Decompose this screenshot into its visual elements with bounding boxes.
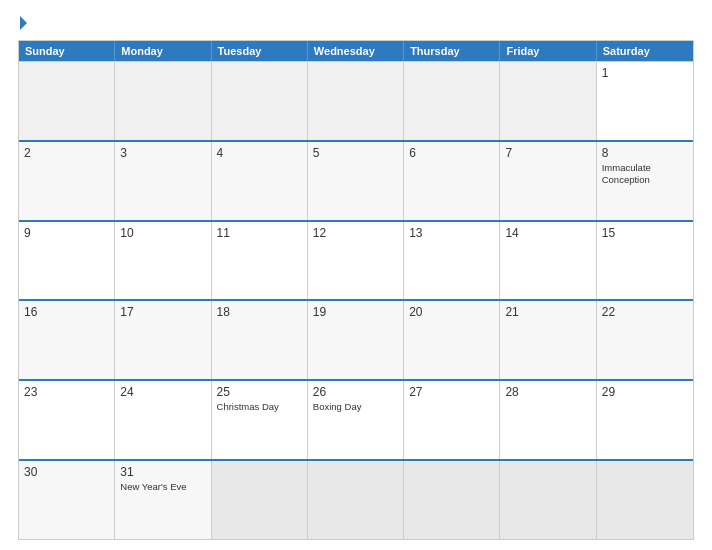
cell-day-number: 6	[409, 146, 494, 160]
calendar-cell: 13	[404, 222, 500, 300]
calendar-cell: 28	[500, 381, 596, 459]
calendar-cell: 3	[115, 142, 211, 220]
calendar-cell	[115, 62, 211, 140]
week-row-1: 1	[19, 61, 693, 140]
calendar-cell	[404, 461, 500, 539]
page: SundayMondayTuesdayWednesdayThursdayFrid…	[0, 0, 712, 550]
calendar-cell: 12	[308, 222, 404, 300]
cell-day-number: 26	[313, 385, 398, 399]
weeks-container: 12345678Immaculate Conception91011121314…	[19, 61, 693, 539]
cell-event-label: New Year's Eve	[120, 481, 205, 493]
week-row-4: 16171819202122	[19, 299, 693, 379]
calendar-cell: 14	[500, 222, 596, 300]
calendar-cell: 25Christmas Day	[212, 381, 308, 459]
day-header-tuesday: Tuesday	[212, 41, 308, 61]
calendar-cell: 27	[404, 381, 500, 459]
calendar-cell	[308, 461, 404, 539]
day-header-friday: Friday	[500, 41, 596, 61]
day-header-sunday: Sunday	[19, 41, 115, 61]
calendar-cell: 4	[212, 142, 308, 220]
calendar-cell	[597, 461, 693, 539]
cell-day-number: 22	[602, 305, 688, 319]
cell-day-number: 24	[120, 385, 205, 399]
calendar-cell: 16	[19, 301, 115, 379]
cell-day-number: 25	[217, 385, 302, 399]
calendar-cell: 7	[500, 142, 596, 220]
cell-day-number: 11	[217, 226, 302, 240]
cell-day-number: 27	[409, 385, 494, 399]
calendar-cell	[212, 461, 308, 539]
calendar-cell	[212, 62, 308, 140]
calendar-cell: 26Boxing Day	[308, 381, 404, 459]
day-header-thursday: Thursday	[404, 41, 500, 61]
calendar-cell: 22	[597, 301, 693, 379]
cell-day-number: 31	[120, 465, 205, 479]
cell-day-number: 7	[505, 146, 590, 160]
cell-day-number: 29	[602, 385, 688, 399]
cell-event-label: Immaculate Conception	[602, 162, 688, 187]
cell-day-number: 5	[313, 146, 398, 160]
cell-day-number: 10	[120, 226, 205, 240]
cell-day-number: 3	[120, 146, 205, 160]
header	[18, 18, 694, 30]
calendar-cell	[500, 62, 596, 140]
calendar-cell: 20	[404, 301, 500, 379]
calendar-cell: 9	[19, 222, 115, 300]
cell-day-number: 21	[505, 305, 590, 319]
calendar-cell: 31New Year's Eve	[115, 461, 211, 539]
cell-day-number: 2	[24, 146, 109, 160]
calendar-cell	[500, 461, 596, 539]
calendar-cell: 23	[19, 381, 115, 459]
calendar-cell: 15	[597, 222, 693, 300]
cell-day-number: 19	[313, 305, 398, 319]
week-row-3: 9101112131415	[19, 220, 693, 300]
calendar-cell: 6	[404, 142, 500, 220]
cell-event-label: Christmas Day	[217, 401, 302, 413]
calendar-cell: 21	[500, 301, 596, 379]
cell-day-number: 1	[602, 66, 688, 80]
cell-day-number: 12	[313, 226, 398, 240]
cell-day-number: 8	[602, 146, 688, 160]
week-row-5: 232425Christmas Day26Boxing Day272829	[19, 379, 693, 459]
cell-day-number: 17	[120, 305, 205, 319]
day-header-wednesday: Wednesday	[308, 41, 404, 61]
day-header-saturday: Saturday	[597, 41, 693, 61]
logo-triangle-icon	[20, 16, 27, 30]
cell-day-number: 20	[409, 305, 494, 319]
cell-day-number: 18	[217, 305, 302, 319]
calendar-cell	[308, 62, 404, 140]
cell-day-number: 23	[24, 385, 109, 399]
calendar-cell: 2	[19, 142, 115, 220]
week-row-6: 3031New Year's Eve	[19, 459, 693, 539]
cell-day-number: 13	[409, 226, 494, 240]
cell-day-number: 28	[505, 385, 590, 399]
day-headers-row: SundayMondayTuesdayWednesdayThursdayFrid…	[19, 41, 693, 61]
calendar-cell: 17	[115, 301, 211, 379]
cell-day-number: 14	[505, 226, 590, 240]
calendar: SundayMondayTuesdayWednesdayThursdayFrid…	[18, 40, 694, 540]
calendar-cell: 1	[597, 62, 693, 140]
calendar-cell: 5	[308, 142, 404, 220]
day-header-monday: Monday	[115, 41, 211, 61]
calendar-cell	[404, 62, 500, 140]
calendar-cell: 11	[212, 222, 308, 300]
calendar-cell: 8Immaculate Conception	[597, 142, 693, 220]
calendar-cell	[19, 62, 115, 140]
logo	[18, 18, 27, 30]
cell-day-number: 30	[24, 465, 109, 479]
calendar-cell: 19	[308, 301, 404, 379]
week-row-2: 2345678Immaculate Conception	[19, 140, 693, 220]
calendar-cell: 30	[19, 461, 115, 539]
cell-day-number: 9	[24, 226, 109, 240]
cell-day-number: 16	[24, 305, 109, 319]
cell-day-number: 4	[217, 146, 302, 160]
calendar-cell: 18	[212, 301, 308, 379]
calendar-cell: 29	[597, 381, 693, 459]
calendar-cell: 24	[115, 381, 211, 459]
cell-event-label: Boxing Day	[313, 401, 398, 413]
cell-day-number: 15	[602, 226, 688, 240]
calendar-cell: 10	[115, 222, 211, 300]
